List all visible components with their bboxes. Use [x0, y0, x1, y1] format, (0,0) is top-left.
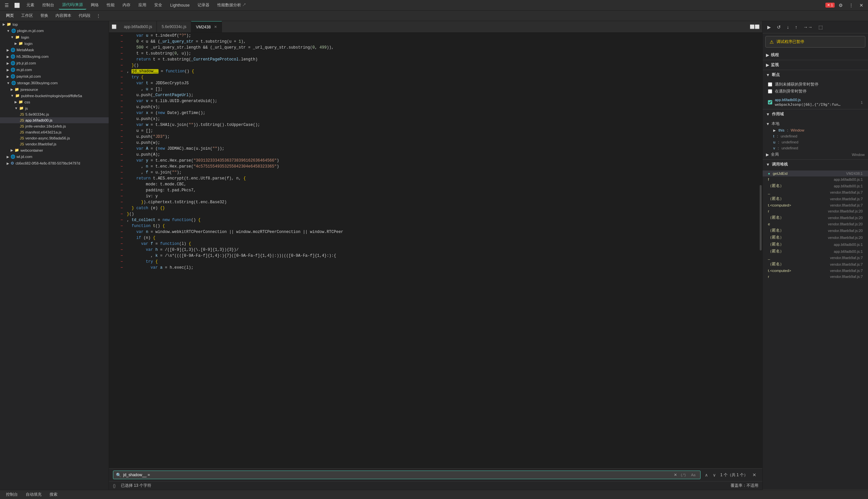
sidebar-item-jmfe[interactable]: JS jmfe-vendor.18e1efeb.js: [0, 123, 109, 129]
sidebar-item-payrisk[interactable]: ▶ 🌐 payrisk.jd.com: [0, 73, 109, 80]
sidebar-item-top[interactable]: ▶ 📁 top: [0, 21, 109, 27]
sidebar-item-wl-jd[interactable]: ▶ 🌐 wl.jd.com: [0, 153, 109, 160]
uncaught-exceptions-checkbox[interactable]: [768, 82, 772, 87]
section-watch-header[interactable]: ▶ 监视: [762, 60, 868, 70]
search-close-btn[interactable]: ✕: [751, 472, 758, 478]
callstack-item-anon4[interactable]: （匿名） vendor.8faeb9af.js:20: [762, 227, 868, 234]
step-over-btn[interactable]: ↺: [775, 23, 783, 31]
callstack-item-anon3[interactable]: （匿名） vendor.8faeb9af.js:20: [762, 214, 868, 221]
settings-icon[interactable]: ⚙: [836, 1, 845, 9]
close-icon[interactable]: ✕: [857, 1, 865, 9]
regex-btn[interactable]: (.*): [679, 472, 688, 478]
sidebar-item-pubfree[interactable]: ▼ 📁 pubfree-bucket/mplogin/prod/ffdfe5a: [0, 93, 109, 99]
search-input[interactable]: [123, 473, 672, 477]
callstack-item-underscore1[interactable]: _ vendor.8faeb9af.js:7: [762, 190, 868, 195]
callstack-item-anon5[interactable]: （匿名） vendor.8faeb9af.js:20: [762, 234, 868, 241]
file-tab-vm2438[interactable]: VM2438 ✕: [191, 21, 222, 32]
callstack-item-getjdeid[interactable]: ● getJdEid VM2438:1: [762, 171, 868, 177]
deactivate-btn[interactable]: ⬚: [817, 23, 825, 31]
menu-sources[interactable]: 源代码/来源: [59, 1, 86, 10]
file-tab-app-b6[interactable]: app.b6fadb00.js: [119, 21, 157, 32]
callstack-item-anon1[interactable]: （匿名） app.b6fadb00.js:1: [762, 182, 868, 190]
sidebar-item-5-6e[interactable]: JS 5.6e90334c.js: [0, 111, 109, 117]
scope-item-t[interactable]: t : undefined: [762, 133, 868, 139]
callstack-item-tcomputed2[interactable]: t.<computed> vendor.8faeb9af.js:7: [762, 268, 868, 273]
step-into-btn[interactable]: ↓: [785, 23, 791, 31]
scope-item-u[interactable]: u : undefined: [762, 139, 868, 145]
sidebar-item-js-folder[interactable]: ▼ 📁 js: [0, 105, 109, 111]
sidebar-item-m-jd[interactable]: ▶ 🌐 m.jd.com: [0, 66, 109, 73]
search-btn[interactable]: 搜索: [47, 491, 60, 498]
code-editor[interactable]: − var u = t.indexOf("?"); − 0 < u && (_u…: [109, 33, 762, 468]
callstack-item-r1[interactable]: r vendor.8faeb9af.js:20: [762, 208, 868, 214]
step-out-btn[interactable]: ↑: [793, 23, 799, 31]
sidebar-item-manifest[interactable]: JS manifest.e643d21a.js: [0, 129, 109, 135]
callstack-item-anon6[interactable]: （匿名） app.b6fadb00.js:1: [762, 241, 868, 248]
sidebar-item-plogin[interactable]: ▼ 🌐 plogin.m.jd.com: [0, 27, 109, 34]
menu-recorder[interactable]: 记录器: [194, 1, 213, 9]
breakpoint-item[interactable]: app.b6fadb00.js webpackJsonp([66],{"/I9g…: [762, 97, 868, 108]
sidebar-item-h5[interactable]: ▶ 🌐 h5.360buyimg.com: [0, 53, 109, 60]
callstack-item-f[interactable]: f app.b6fadb00.js:1: [762, 177, 868, 182]
breakpoint-checkbox[interactable]: [768, 100, 772, 105]
scope-item-v[interactable]: v : undefined: [762, 145, 868, 151]
tab-split[interactable]: ⬜⬜: [747, 24, 762, 29]
sidebar-item-webcontainer[interactable]: ▶ 📁 webcontainer: [0, 147, 109, 153]
menu-console[interactable]: 控制台: [39, 1, 58, 9]
sidebar-item-vendor-async[interactable]: JS vendor-async.9b8ada56.js: [0, 135, 109, 141]
tab-more-btn[interactable]: ⋮: [95, 12, 102, 20]
console-btn[interactable]: 控制台: [3, 491, 21, 498]
tab-replace[interactable]: 替换: [37, 12, 51, 20]
menu-perf-insights[interactable]: 性能数据分析 ↗: [214, 1, 249, 9]
caught-exceptions-checkbox[interactable]: [768, 89, 772, 94]
sidebar-item-uuid[interactable]: ▶ ⚙ cb6ec682-0f58-4e8c-8780-5079bc94797d: [0, 160, 109, 167]
menu-performance[interactable]: 性能: [103, 1, 118, 9]
scrollbar-thumb[interactable]: [760, 185, 762, 251]
section-scope-header[interactable]: ▼ 作用域: [762, 109, 868, 119]
more-icon[interactable]: ⋮: [847, 1, 855, 9]
scope-group-global[interactable]: ▶ 全局 Window: [762, 151, 868, 158]
callstack-item-anon2[interactable]: （匿名） vendor.8faeb9af.js:7: [762, 195, 868, 202]
file-tab-5-6e[interactable]: 5.6e90334c.js: [157, 21, 191, 32]
sidebar-item-css[interactable]: ▶ 📁 css: [0, 99, 109, 105]
autofill-btn[interactable]: 自动填充: [23, 491, 44, 498]
search-prev-btn[interactable]: ∧: [703, 472, 710, 478]
menu-network[interactable]: 网络: [88, 1, 102, 9]
sidebar-item-metamask[interactable]: ▶ 🌐 MetaMask: [0, 47, 109, 53]
section-threads-header[interactable]: ▶ 线程: [762, 50, 868, 60]
callstack-item-e[interactable]: e vendor.8faeb9af.js:20: [762, 221, 868, 227]
sidebar-item-login-sub[interactable]: ▶ 📁 login: [0, 40, 109, 47]
sidebar-item-vendor[interactable]: JS vendor.8faeb9af.js: [0, 141, 109, 147]
expand-icon[interactable]: ▶: [773, 129, 776, 132]
hamburger-icon[interactable]: ☰: [3, 1, 11, 9]
section-breakpoints-header[interactable]: ▼ 断点: [762, 70, 868, 80]
callstack-item-underscore2[interactable]: _ vendor.8faeb9af.js:7: [762, 255, 868, 261]
sidebar-item-storage[interactable]: ▼ 🌐 storage.360buyimg.com: [0, 80, 109, 86]
callstack-item-tcomputed1[interactable]: t.<computed> vendor.8faeb9af.js:7: [762, 202, 868, 208]
tab-workspace[interactable]: 工作区: [18, 12, 36, 20]
tab-content-script[interactable]: 内容脚本: [52, 12, 75, 20]
sidebar-item-app-b6[interactable]: JS app.b6fadb00.js: [0, 117, 109, 123]
callstack-item-anon7[interactable]: （匿名） app.b6fadb00.js:1: [762, 248, 868, 255]
case-btn[interactable]: Aa: [689, 472, 697, 478]
callstack-item-r2[interactable]: r vendor.8faeb9af.js:7: [762, 273, 868, 280]
search-next-btn[interactable]: ∨: [711, 472, 718, 478]
sidebar-item-jsresource[interactable]: ▶ 📁 jsresource: [0, 86, 109, 93]
scope-item-this[interactable]: ▶ this : Window: [762, 127, 868, 133]
resume-btn[interactable]: ▶: [765, 23, 773, 31]
section-callstack-header[interactable]: ▼ 调用堆栈: [762, 160, 868, 169]
menu-lighthouse[interactable]: Lighthouse: [167, 2, 193, 9]
callstack-item-anon8[interactable]: （匿名） vendor.8faeb9af.js:7: [762, 261, 868, 268]
scope-group-local[interactable]: ▼ 本地: [762, 120, 868, 127]
menu-elements[interactable]: 元素: [23, 1, 38, 9]
tab-scroll-left[interactable]: ⬜: [109, 24, 119, 29]
sidebar-item-jrb[interactable]: ▶ 🌐 jrb.jr.jd.com: [0, 60, 109, 66]
sidebar-item-login-folder[interactable]: ▼ 📁 login: [0, 34, 109, 40]
search-clear-btn[interactable]: ✕: [674, 473, 677, 477]
tab-webpage[interactable]: 网页: [3, 12, 17, 20]
tab-snippets[interactable]: 代码段: [75, 12, 94, 20]
step-btn[interactable]: →→: [801, 23, 815, 31]
search-input-wrap[interactable]: 🔍 ✕ (.*) Aa: [113, 471, 700, 479]
menu-security[interactable]: 安全: [151, 1, 165, 9]
file-tab-close[interactable]: ✕: [214, 25, 217, 29]
